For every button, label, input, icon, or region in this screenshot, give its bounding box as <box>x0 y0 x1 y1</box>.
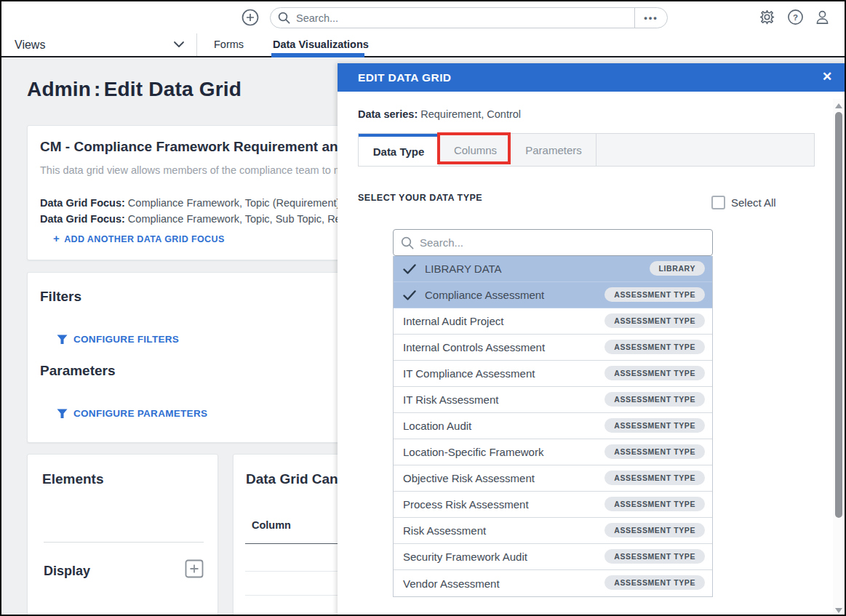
data-type-name: IT Compliance Assessment <box>403 367 535 380</box>
data-type-name: Security Framework Audit <box>403 551 527 563</box>
panel-tabstrip: Data Type Columns Parameters <box>358 133 815 167</box>
data-type-badge: ASSESSMENT TYPE <box>604 313 705 328</box>
help-icon[interactable]: ? <box>787 9 805 26</box>
data-grid-focus-line: Data Grid Focus: Compliance Framework, T… <box>40 197 359 209</box>
close-icon[interactable]: ✕ <box>820 70 834 84</box>
view-nav-bar: Views Forms Data Visualizations <box>1 33 845 57</box>
tab-columns[interactable]: Columns <box>439 134 511 166</box>
data-type-search <box>393 229 713 256</box>
settings-gear-icon[interactable] <box>759 9 776 26</box>
check-icon <box>403 264 425 274</box>
data-type-name: Internal Controls Assessment <box>403 341 545 353</box>
column-header: Column <box>252 519 291 531</box>
funnel-icon <box>57 335 68 345</box>
data-type-row[interactable]: Location Audit ASSESSMENT TYPE <box>394 413 712 439</box>
data-type-search-input[interactable] <box>420 236 712 249</box>
panel-header: EDIT DATA GRID ✕ <box>338 63 846 92</box>
data-type-row[interactable]: Objective Risk Assessment ASSESSMENT TYP… <box>394 465 712 492</box>
select-all-checkbox[interactable]: Select All <box>711 196 776 209</box>
data-type-row[interactable]: Internal Controls Assessment ASSESSMENT … <box>394 335 712 361</box>
edit-data-grid-panel: EDIT DATA GRID ✕ Data series: Requiremen… <box>338 63 846 616</box>
data-type-badge: ASSESSMENT TYPE <box>604 392 705 407</box>
data-type-badge: LIBRARY <box>650 261 705 276</box>
search-icon <box>278 12 290 24</box>
search-more-button[interactable]: ••• <box>635 8 667 28</box>
tab-parameters[interactable]: Parameters <box>511 134 596 166</box>
page-title: Admin:Edit Data Grid <box>27 78 242 101</box>
data-type-name: Location-Specific Framework <box>403 446 543 458</box>
filters-heading: Filters <box>40 289 81 305</box>
views-dropdown[interactable]: Views <box>15 39 45 52</box>
data-type-badge: ASSESSMENT TYPE <box>604 444 705 459</box>
top-bar: ••• ? <box>1 1 845 33</box>
panel-title: EDIT DATA GRID <box>358 71 451 84</box>
data-type-badge: ASSESSMENT TYPE <box>604 471 705 485</box>
configure-parameters-button[interactable]: CONFIGURE PARAMETERS <box>57 408 207 419</box>
configure-filters-button[interactable]: CONFIGURE FILTERS <box>57 334 179 345</box>
data-type-row[interactable]: Location-Specific Framework ASSESSMENT T… <box>394 439 712 465</box>
scroll-up-arrow[interactable] <box>835 103 842 108</box>
data-type-name: Vendor Assessment <box>403 577 500 590</box>
canvas-heading: Data Grid Can <box>246 471 338 487</box>
data-grid-title: CM - Compliance Framework Requirement an <box>40 139 338 155</box>
data-type-badge: ASSESSMENT TYPE <box>604 418 705 433</box>
checkbox[interactable] <box>711 196 725 209</box>
global-search-input[interactable] <box>296 12 634 24</box>
parameters-heading: Parameters <box>40 363 116 379</box>
data-type-row[interactable]: Vendor Assessment ASSESSMENT TYPE <box>394 570 712 596</box>
data-type-name: Process Risk Assessment <box>403 498 529 511</box>
tab-forms[interactable]: Forms <box>214 39 244 50</box>
data-type-row[interactable]: IT Compliance Assessment ASSESSMENT TYPE <box>394 361 712 387</box>
data-type-name: Risk Assessment <box>403 524 486 537</box>
elements-divider <box>44 542 204 543</box>
panel-scrollbar <box>833 99 845 616</box>
tab-data-visualizations[interactable]: Data Visualizations <box>273 39 369 50</box>
select-data-type-heading: SELECT YOUR DATA TYPE <box>358 193 482 203</box>
add-display-element-button[interactable] <box>185 559 204 578</box>
chevron-down-icon[interactable] <box>173 41 185 48</box>
funnel-icon <box>57 409 68 419</box>
data-type-badge: ASSESSMENT TYPE <box>604 523 705 537</box>
data-grid-focus-line: Data Grid Focus: Compliance Framework, T… <box>40 213 355 225</box>
search-icon <box>401 236 414 249</box>
active-tab-underline <box>271 53 364 57</box>
check-icon <box>403 290 425 300</box>
data-type-name: Location Audit <box>403 420 471 432</box>
data-type-row[interactable]: Internal Audit Project ASSESSMENT TYPE <box>394 308 712 335</box>
data-type-badge: ASSESSMENT TYPE <box>604 287 705 302</box>
data-type-row[interactable]: Risk Assessment ASSESSMENT TYPE <box>394 518 712 544</box>
add-data-grid-focus-button[interactable]: +ADD ANOTHER DATA GRID FOCUS <box>53 232 225 244</box>
data-type-row[interactable]: Compliance Assessment ASSESSMENT TYPE <box>394 282 712 308</box>
data-grid-description: This data grid view allows members of th… <box>40 164 348 176</box>
global-search: ••• <box>270 7 668 28</box>
data-type-name: IT Risk Assessment <box>403 393 498 406</box>
app-window: ••• ? Views Forms Data Visualizations Ad… <box>0 0 846 616</box>
data-type-row[interactable]: IT Risk Assessment ASSESSMENT TYPE <box>394 387 712 413</box>
scroll-down-arrow[interactable] <box>835 608 842 613</box>
data-type-badge: ASSESSMENT TYPE <box>604 340 705 354</box>
data-series-line: Data series: Requirement, Control <box>358 108 521 120</box>
data-type-badge: ASSESSMENT TYPE <box>604 366 705 380</box>
data-type-badge: ASSESSMENT TYPE <box>604 575 705 590</box>
data-type-name: Objective Risk Assessment <box>403 472 535 484</box>
elements-card: Elements Display <box>27 454 218 616</box>
elements-heading: Elements <box>42 471 103 487</box>
svg-text:?: ? <box>793 13 798 22</box>
display-heading: Display <box>44 564 90 579</box>
data-type-name: LIBRARY DATA <box>425 263 502 275</box>
data-type-list: LIBRARY DATA LIBRARY Compliance Assessme… <box>393 256 713 597</box>
data-type-badge: ASSESSMENT TYPE <box>604 497 705 511</box>
data-type-badge: ASSESSMENT TYPE <box>604 549 705 564</box>
data-type-row[interactable]: Process Risk Assessment ASSESSMENT TYPE <box>394 492 712 518</box>
data-type-name: Compliance Assessment <box>425 289 544 301</box>
scrollbar-thumb[interactable] <box>835 112 842 518</box>
create-icon[interactable] <box>242 9 259 26</box>
user-avatar-icon[interactable] <box>814 9 831 26</box>
nav-divider <box>196 33 197 56</box>
data-type-row[interactable]: Security Framework Audit ASSESSMENT TYPE <box>394 544 712 570</box>
select-all-label: Select All <box>731 196 776 209</box>
plus-icon: + <box>53 232 60 244</box>
tab-data-type[interactable]: Data Type <box>359 134 439 166</box>
data-type-name: Internal Audit Project <box>403 315 503 327</box>
data-type-row[interactable]: LIBRARY DATA LIBRARY <box>394 256 712 282</box>
